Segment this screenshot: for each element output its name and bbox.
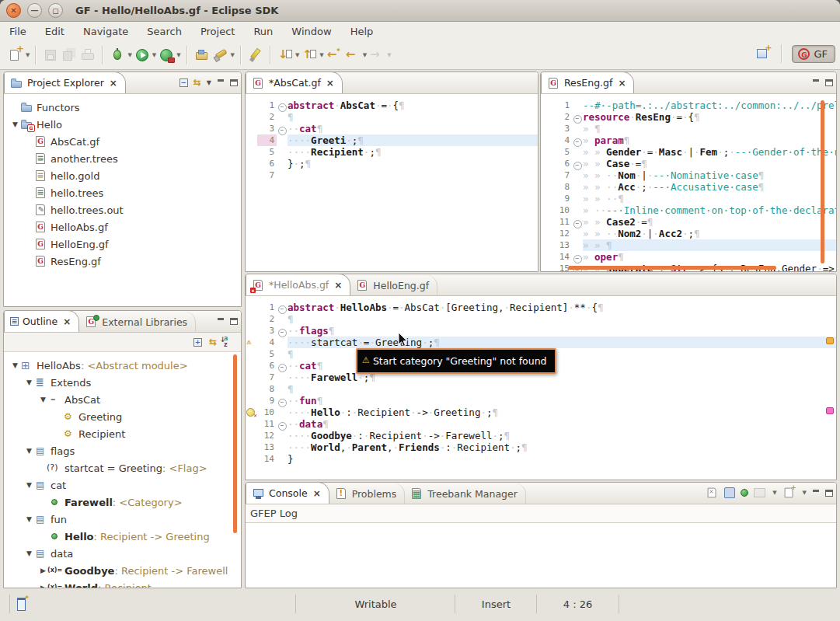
code-line-9[interactable]: 9» » ··¶ <box>541 193 836 204</box>
outline-item-cat[interactable]: ▼cat <box>4 476 241 494</box>
code-line-3[interactable]: 3−··cat¶ <box>246 123 538 134</box>
abscat-code-area[interactable]: 1−abstract·AbsCat·=·{¶2¶3−··cat¶4····Gre… <box>246 94 538 272</box>
code-line-1[interactable]: 1−abstract·HelloAbs·=·AbsCat·[Greeting,·… <box>246 302 836 313</box>
fast-view-button[interactable] <box>17 596 28 609</box>
code-line-14[interactable]: 14−» oper¶ <box>541 251 836 263</box>
code-line-13[interactable]: 13····World,·Parent,·Friends·:·Recipient… <box>246 441 836 453</box>
close-icon[interactable]: × <box>334 281 342 290</box>
back-button[interactable]: ▼ <box>343 46 368 65</box>
outline-item-startcat-greeting[interactable]: startcat = Greeting : <Flag> <box>4 459 241 476</box>
new-wizard-button[interactable]: ▼ <box>6 46 30 65</box>
code-line-12[interactable]: 12····Goodbye·:·Recipient·->·Farewell·;¶ <box>246 430 836 441</box>
debug-button[interactable]: ▼ <box>108 46 132 65</box>
fold-collapse-icon[interactable]: − <box>572 134 583 146</box>
code-line-12[interactable]: 12» » ··Nom2·|·Acc2·;¶ <box>541 228 836 239</box>
clear-console-icon[interactable]: ✕ <box>706 487 718 498</box>
window-minimize-button[interactable]: — <box>27 3 42 18</box>
code-line-6[interactable]: 6−» » Case·=¶ <box>541 158 836 169</box>
close-icon[interactable]: × <box>618 78 626 88</box>
sort-alphabetically-icon[interactable]: az <box>224 336 235 348</box>
chevron-down-icon[interactable]: ▼ <box>176 52 180 58</box>
run-button[interactable]: ▼ <box>133 46 157 65</box>
tab-console[interactable]: Console× <box>246 482 329 504</box>
chevron-down-icon[interactable]: ▼ <box>803 490 807 496</box>
code-line-14[interactable]: 14} <box>246 453 836 465</box>
tab-outline[interactable]: ≡ Outline × <box>4 310 79 332</box>
explorer-item-helloeng-gf[interactable]: HelloEng.gf <box>4 235 241 253</box>
pin-console-icon[interactable] <box>741 489 748 497</box>
menu-window[interactable]: Window <box>291 26 331 37</box>
menu-file[interactable]: File <box>9 26 26 37</box>
code-line-11[interactable]: 11−» » Case2·=¶ <box>541 216 836 228</box>
expanded-arrow-icon[interactable]: ▼ <box>24 481 34 489</box>
tab-treebank-manager[interactable]: Treebank Manager <box>405 483 526 504</box>
code-line-7[interactable]: 7 <box>246 169 538 181</box>
reseng-vertical-scrollbar[interactable] <box>821 100 824 263</box>
previous-annotation-button[interactable]: ▼ <box>300 46 324 65</box>
menu-help[interactable]: Help <box>350 26 374 37</box>
open-perspective-icon[interactable] <box>755 45 772 62</box>
maximize-editor-icon[interactable] <box>825 79 833 86</box>
code-line-4[interactable]: 4····Greeti·;¶ <box>246 134 538 146</box>
expanded-arrow-icon[interactable]: ▼ <box>24 447 34 455</box>
maximize-view-icon[interactable] <box>230 318 238 325</box>
minimize-view-icon[interactable] <box>217 78 225 86</box>
explorer-item-hello-gold[interactable]: hello.gold <box>4 167 241 184</box>
next-annotation-button[interactable]: ▼ <box>276 46 300 65</box>
close-icon[interactable]: × <box>110 78 117 88</box>
menu-navigate[interactable]: Navigate <box>83 26 128 37</box>
explorer-item-hello[interactable]: ▼GHello <box>4 116 241 133</box>
tab-external-libraries[interactable]: External Libraries <box>79 312 196 332</box>
chevron-down-icon[interactable]: ▼ <box>363 52 367 58</box>
maximize-view-icon[interactable] <box>825 490 833 497</box>
collapse-all-icon[interactable]: − <box>180 78 188 87</box>
expanded-arrow-icon[interactable]: ▼ <box>38 396 48 403</box>
tab-problems[interactable]: Problems <box>329 483 406 504</box>
code-line-3[interactable]: 3−··flags¶ <box>246 325 836 337</box>
minimize-view-icon[interactable] <box>217 317 225 325</box>
outline-item-abscat[interactable]: ▼AbsCat <box>4 391 241 408</box>
fold-collapse-icon[interactable]: − <box>277 123 288 134</box>
code-line-11[interactable]: 11−··data¶ <box>246 418 836 430</box>
outline-item-flags[interactable]: ▼flags <box>4 442 241 459</box>
gf-perspective-button[interactable]: G GF <box>792 45 835 63</box>
window-close-button[interactable]: ✕ <box>6 3 21 18</box>
expanded-arrow-icon[interactable]: ▼ <box>10 120 20 128</box>
scroll-lock-icon[interactable] <box>724 487 735 498</box>
outline-item-hello[interactable]: Hello : Recipient -> Greeting <box>4 528 241 545</box>
fold-collapse-icon[interactable]: − <box>277 99 288 111</box>
overview-error-marker[interactable] <box>826 407 834 414</box>
toggle-mark-occurrences-button[interactable] <box>246 46 265 65</box>
chevron-down-icon[interactable]: ▼ <box>319 52 323 58</box>
chevron-down-icon[interactable]: ▼ <box>127 52 131 58</box>
tab-reseng-gf[interactable]: ResEng.gf × <box>541 72 634 93</box>
chevron-down-icon[interactable]: ▼ <box>772 490 776 496</box>
chevron-down-icon[interactable]: ▼ <box>295 52 299 58</box>
minimize-view-icon[interactable] <box>812 489 820 497</box>
menu-edit[interactable]: Edit <box>45 26 64 37</box>
fold-collapse-icon[interactable]: − <box>277 325 288 337</box>
expand-all-icon[interactable]: + <box>193 338 202 347</box>
view-menu-icon[interactable]: ▼ <box>207 79 211 86</box>
close-icon[interactable]: × <box>63 317 71 326</box>
chevron-down-icon[interactable]: ▼ <box>387 52 391 58</box>
last-edit-location-button[interactable] <box>325 46 343 65</box>
menu-project[interactable]: Project <box>200 26 235 37</box>
expanded-arrow-icon[interactable]: ▼ <box>24 549 34 557</box>
code-line-1[interactable]: 1−abstract·AbsCat·=·{¶ <box>246 99 538 111</box>
menu-search[interactable]: Search <box>147 26 182 37</box>
open-console-icon[interactable]: + <box>782 487 794 498</box>
minimize-editor-icon[interactable] <box>812 78 820 86</box>
explorer-item-functors[interactable]: Functors <box>4 99 241 116</box>
outline-item-farewell[interactable]: Farewell : <Category> <box>4 494 241 511</box>
code-line-8[interactable]: 8¶ <box>246 383 836 395</box>
expanded-arrow-icon[interactable]: ▼ <box>10 361 20 369</box>
helloabs-code-area[interactable]: 1−abstract·HelloAbs·=·AbsCat·[Greeting,·… <box>246 296 836 480</box>
explorer-item-hello-trees-out[interactable]: hello.trees.out <box>4 201 241 218</box>
fold-collapse-icon[interactable]: − <box>572 251 583 263</box>
console-output-area[interactable] <box>246 523 836 588</box>
fold-collapse-icon[interactable]: − <box>277 360 288 372</box>
code-line-7[interactable]: 7» » ··Nom·|·--·Nominative·case¶ <box>541 169 836 181</box>
expanded-arrow-icon[interactable]: ▼ <box>24 515 34 523</box>
tab-project-explorer[interactable]: Project Explorer × <box>4 72 126 93</box>
